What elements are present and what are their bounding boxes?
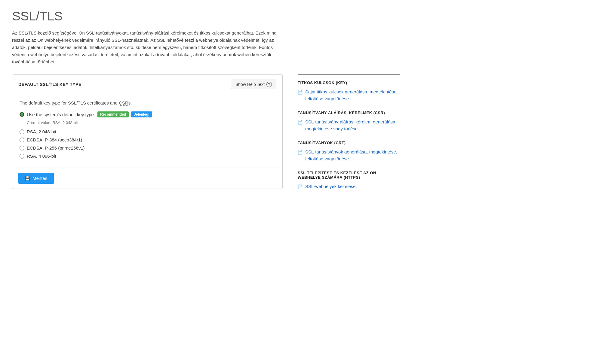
option-row-ecdsa-256: ECDSA, P-256 (prime256v1) [20, 145, 275, 150]
label-rsa-4096[interactable]: RSA, 4 096-bit [27, 153, 56, 159]
main-layout: DEFAULT SSL/TLS KEY TYPE Show Help Text … [12, 74, 593, 199]
doc-icon-titkos-kulcsok: 📄 [298, 89, 303, 96]
sidebar-section-title-titkos-kulcsok: TITKOS KULCSOK (KEY) [298, 80, 400, 85]
sidebar-link-text-https: SSL-webhelyek kezelése. [305, 183, 357, 190]
card-header: DEFAULT SSL/TLS KEY TYPE Show Help Text … [12, 75, 282, 94]
right-panel: TITKOS KULCSOK (KEY) 📄 Saját titkos kulc… [298, 74, 400, 199]
page-title: SSL/TLS [12, 9, 593, 23]
sidebar-link-https[interactable]: 📄 SSL-webhelyek kezelése. [298, 183, 400, 190]
label-system-default[interactable]: Use the system's default key type. [27, 112, 95, 117]
show-help-label: Show Help Text [235, 82, 265, 87]
card-footer: 💾 Mentés [12, 168, 282, 189]
label-ecdsa-384[interactable]: ECDSA, P-384 (secp384r1) [27, 137, 82, 142]
show-help-button[interactable]: Show Help Text ? [231, 80, 276, 89]
doc-icon-https: 📄 [298, 184, 303, 190]
sidebar-section-crt: TANÚSÍTVÁNYOK (CRT) 📄 SSL-tanúsítványok … [298, 141, 400, 162]
sidebar-link-crt[interactable]: 📄 SSL-tanúsítványok generálása, megtekin… [298, 149, 400, 162]
option-row-ecdsa-384: ECDSA, P-384 (secp384r1) [20, 137, 275, 142]
sidebar-link-titkos-kulcsok[interactable]: 📄 Saját titkos kulcsok generálása, megte… [298, 89, 400, 102]
doc-icon-csr: 📄 [298, 119, 303, 126]
sidebar-link-text-crt: SSL-tanúsítványok generálása, megtekinté… [305, 149, 400, 162]
option-row-rsa-2048: RSA, 2 048-bit [20, 129, 275, 134]
option-row-system-default: Use the system's default key type. Recom… [20, 111, 275, 117]
card-title: DEFAULT SSL/TLS KEY TYPE [18, 82, 81, 87]
ssl-key-type-card: DEFAULT SSL/TLS KEY TYPE Show Help Text … [12, 74, 283, 189]
sidebar-section-title-crt: TANÚSÍTVÁNYOK (CRT) [298, 141, 400, 145]
radio-system-default[interactable] [20, 112, 24, 117]
save-icon: 💾 [25, 176, 30, 181]
card-body: The default key type for SSL/TLS certifi… [12, 94, 282, 168]
help-icon: ? [266, 82, 272, 87]
sidebar-section-csr: TANÚSÍTVÁNY-ALÁÍRÁSI KÉRELMEK (CSR) 📄 SS… [298, 111, 400, 132]
option-row-rsa-4096: RSA, 4 096-bit [20, 153, 275, 159]
sidebar-link-text-titkos-kulcsok: Saját titkos kulcsok generálása, megteki… [305, 89, 400, 102]
save-label: Mentés [32, 176, 47, 181]
badge-recommended: Recommended [97, 111, 129, 117]
left-panel: DEFAULT SSL/TLS KEY TYPE Show Help Text … [12, 74, 283, 189]
sidebar-section-title-csr: TANÚSÍTVÁNY-ALÁÍRÁSI KÉRELMEK (CSR) [298, 111, 400, 115]
radio-rsa-4096[interactable] [20, 154, 24, 159]
sidebar-section-title-https: SSL TELEPÍTÉSE ÉS KEZELÉSE AZ ÖN WEBHELY… [298, 171, 400, 180]
doc-icon-crt: 📄 [298, 149, 303, 156]
radio-rsa-2048[interactable] [20, 129, 24, 134]
badge-jelenlegi: Jelenlegi [131, 111, 152, 117]
page-description: Az SSL/TLS kezelő segítségével Ön SSL-ta… [12, 29, 283, 65]
sidebar-section-titkos-kulcsok: TITKOS KULCSOK (KEY) 📄 Saját titkos kulc… [298, 80, 400, 102]
radio-ecdsa-384[interactable] [20, 138, 24, 142]
label-rsa-2048[interactable]: RSA, 2 048-bit [27, 129, 56, 134]
card-description: The default key type for SSL/TLS certifi… [20, 100, 275, 105]
label-ecdsa-256[interactable]: ECDSA, P-256 (prime256v1) [27, 145, 85, 150]
save-button[interactable]: 💾 Mentés [18, 173, 54, 184]
current-value: Current value: RSA, 2 048-bit [27, 120, 275, 125]
sidebar-section-https: SSL TELEPÍTÉSE ÉS KEZELÉSE AZ ÖN WEBHELY… [298, 171, 400, 190]
radio-ecdsa-256[interactable] [20, 146, 24, 150]
sidebar-link-csr[interactable]: 📄 SSL-tanúsítvány-aláírási kérelem gener… [298, 119, 400, 132]
sidebar-link-text-csr: SSL-tanúsítvány-aláírási kérelem generál… [305, 119, 400, 132]
